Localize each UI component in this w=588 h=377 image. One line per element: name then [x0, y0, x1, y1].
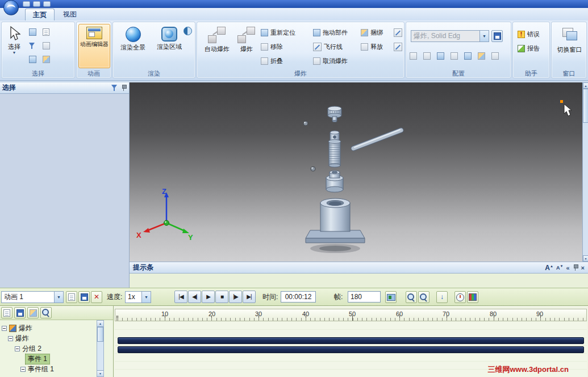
- viewport-scrollbar[interactable]: ▲ ▼: [582, 82, 588, 262]
- config-tool-button-6[interactable]: [478, 51, 485, 61]
- model-part-ball-2[interactable]: [311, 167, 315, 171]
- chevron-down-icon[interactable]: ▼: [141, 292, 151, 303]
- last-frame-button[interactable]: ▶|: [243, 291, 256, 303]
- display-options-button[interactable]: [467, 291, 478, 303]
- flight-line-button[interactable]: 飞行线: [313, 42, 343, 52]
- bind-button[interactable]: 捆绑: [361, 27, 383, 38]
- scroll-down-icon[interactable]: ▼: [583, 255, 588, 262]
- delete-animation-button[interactable]: ✕: [91, 291, 102, 303]
- group-label-assistant[interactable]: 助手: [513, 69, 549, 77]
- tree-item-event-group-1[interactable]: 事件组 1: [20, 364, 54, 374]
- next-frame-button[interactable]: |▶: [229, 291, 242, 303]
- save-animation-button[interactable]: [78, 291, 90, 303]
- qat-redo-icon[interactable]: [43, 1, 51, 7]
- panel-pin-icon[interactable]: [121, 84, 127, 92]
- move-component-button[interactable]: [29, 54, 36, 64]
- render-options-button[interactable]: [184, 26, 192, 36]
- frame-field[interactable]: 180: [348, 291, 381, 303]
- group-label-select[interactable]: 选择: [2, 69, 74, 77]
- collapse-node-icon[interactable]: [8, 336, 13, 341]
- config-tool-button-2[interactable]: [423, 51, 431, 61]
- stop-button[interactable]: ■: [215, 291, 228, 303]
- tree-item-explode[interactable]: 爆炸: [8, 334, 29, 343]
- timeline-ruler[interactable]: 10 20 30 40 50 60 70 80 90: [115, 309, 587, 321]
- group-label-window[interactable]: 窗口: [552, 69, 586, 77]
- font-decrease-icon[interactable]: A▼: [556, 264, 563, 271]
- animation-combo[interactable]: 动画 1 ▼: [1, 291, 64, 303]
- collapse-bar-icon[interactable]: «: [566, 264, 569, 272]
- speed-combo[interactable]: 1x ▼: [125, 291, 151, 303]
- scrollbar-thumb[interactable]: [97, 327, 103, 342]
- group-label-animation[interactable]: 动画: [77, 69, 111, 77]
- font-increase-icon[interactable]: A▲: [545, 264, 553, 272]
- config-tool-button-1[interactable]: [410, 51, 417, 61]
- exploded-assembly-model[interactable]: Z X Y: [130, 82, 582, 262]
- drag-part-button[interactable]: 拖动部件: [313, 27, 348, 38]
- play-button[interactable]: ▶: [202, 291, 215, 303]
- new-event-button[interactable]: [1, 307, 12, 318]
- release-button[interactable]: 释放: [361, 42, 383, 52]
- tab-home[interactable]: 主页: [25, 9, 55, 20]
- model-part-cap[interactable]: [328, 106, 341, 122]
- config-tool-button-4[interactable]: [451, 51, 458, 61]
- switch-window-button[interactable]: 切换窗口: [553, 26, 586, 53]
- clipboard-button[interactable]: [43, 40, 50, 51]
- group-label-render[interactable]: 渲染: [113, 69, 195, 77]
- config-tool-button-3[interactable]: [437, 51, 444, 61]
- reposition-button[interactable]: 重新定位: [261, 27, 295, 38]
- unexplode-button[interactable]: 取消爆炸: [313, 56, 348, 66]
- timeline-bar-2[interactable]: [118, 346, 584, 353]
- scrollbar-thumb[interactable]: [583, 89, 588, 123]
- viewport-3d[interactable]: Z X Y: [130, 82, 582, 262]
- model-part-bushing[interactable]: [326, 171, 343, 192]
- auto-explode-button[interactable]: 自动爆炸: [199, 24, 235, 52]
- animation-editor-button[interactable]: 动画编辑器: [78, 24, 110, 68]
- collapse-node-icon[interactable]: [15, 346, 20, 351]
- tree-item-group-2[interactable]: 分组 2: [15, 344, 41, 354]
- collapse-button[interactable]: 折叠: [261, 56, 283, 66]
- group-select-button[interactable]: [43, 54, 50, 64]
- scroll-up-icon[interactable]: ▲: [583, 82, 588, 89]
- tree-scrollbar[interactable]: ▲ ▼: [97, 320, 104, 377]
- model-part-base[interactable]: [306, 198, 365, 243]
- zoom-out-button[interactable]: [406, 291, 417, 303]
- config-tool-button-7[interactable]: [491, 51, 499, 61]
- export-button[interactable]: ↓: [436, 291, 448, 303]
- application-button[interactable]: [3, 0, 19, 15]
- config-combo[interactable]: 爆炸, Solid Edg ▼: [411, 30, 489, 42]
- prompt-pin-icon[interactable]: [573, 264, 578, 271]
- qat-save-icon[interactable]: [23, 1, 30, 7]
- activate-part-button[interactable]: [43, 27, 49, 37]
- report-button[interactable]: 报告: [518, 43, 540, 53]
- first-frame-button[interactable]: |◀: [174, 291, 187, 303]
- flight-line-style-button[interactable]: [394, 27, 402, 38]
- model-part-screw[interactable]: [328, 131, 341, 167]
- select-filter-button[interactable]: [29, 40, 35, 51]
- chevron-down-icon[interactable]: ▼: [479, 31, 489, 42]
- tree-item-event-1[interactable]: 事件 1: [25, 354, 50, 364]
- tree-item-explode-root[interactable]: 爆炸: [2, 324, 32, 333]
- find-event-button[interactable]: [40, 307, 52, 318]
- flight-line-edit-button[interactable]: [394, 42, 402, 52]
- time-field[interactable]: 00:00:12: [281, 291, 316, 303]
- tab-view[interactable]: 视图: [56, 9, 84, 20]
- model-part-ball-1[interactable]: [303, 121, 308, 126]
- render-area-button[interactable]: 渲染区域: [152, 24, 187, 50]
- group-label-explode[interactable]: 爆炸: [197, 69, 404, 77]
- save-event-button[interactable]: [14, 307, 26, 318]
- refresh-button[interactable]: [454, 291, 466, 303]
- collapse-node-icon[interactable]: [20, 367, 26, 372]
- config-save-button[interactable]: [491, 30, 503, 42]
- panel-filter-icon[interactable]: [111, 85, 118, 91]
- explode-button[interactable]: 爆炸: [235, 24, 258, 52]
- scroll-down-icon[interactable]: ▼: [97, 370, 103, 376]
- chevron-down-icon[interactable]: ▼: [54, 292, 63, 303]
- zoom-in-button[interactable]: [418, 291, 429, 303]
- prompt-close-icon[interactable]: ×: [581, 264, 585, 272]
- remove-button[interactable]: 移除: [261, 42, 283, 52]
- previous-frame-button[interactable]: ◀|: [188, 291, 201, 303]
- properties-button[interactable]: [27, 307, 39, 318]
- snapshot-button[interactable]: [385, 291, 397, 303]
- marquee-select-button[interactable]: [29, 27, 36, 37]
- model-part-handle[interactable]: [353, 130, 401, 148]
